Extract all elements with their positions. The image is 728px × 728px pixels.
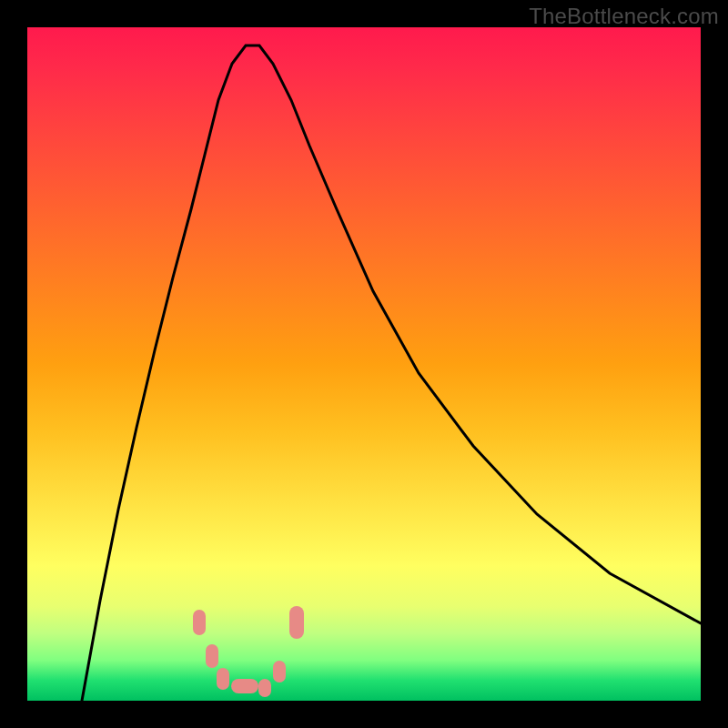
data-marker (231, 679, 258, 693)
data-marker (273, 661, 286, 682)
data-marker (289, 606, 304, 639)
attribution-text: TheBottleneck.com (529, 4, 719, 29)
data-marker (217, 668, 229, 690)
data-marker (258, 679, 271, 697)
plot-area (27, 27, 701, 701)
data-marker (206, 644, 218, 668)
data-marker (193, 610, 206, 635)
bottleneck-curve (27, 27, 701, 701)
